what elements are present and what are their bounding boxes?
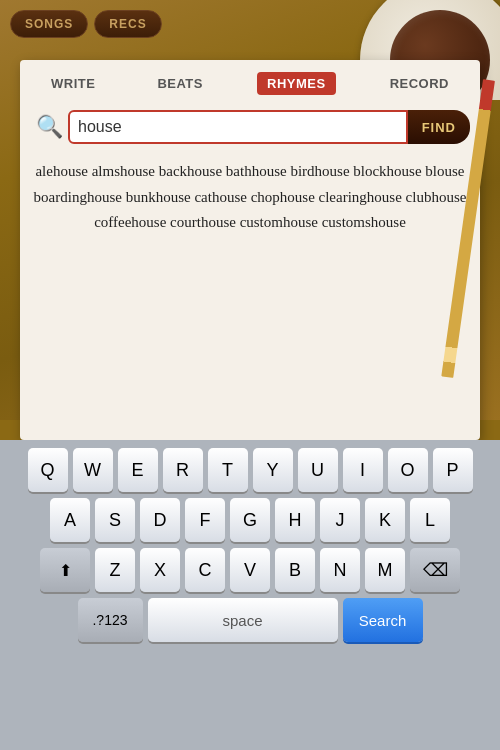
key-u[interactable]: U (298, 448, 338, 492)
search-icon: 🔍 (30, 108, 68, 146)
key-z[interactable]: Z (95, 548, 135, 592)
key-r[interactable]: R (163, 448, 203, 492)
rhymes-results: alehouse almshouse backhouse bathhouse b… (20, 155, 480, 240)
record-tab[interactable]: RECORD (382, 72, 457, 95)
key-n[interactable]: N (320, 548, 360, 592)
key-d[interactable]: D (140, 498, 180, 542)
backspace-key[interactable]: ⌫ (410, 548, 460, 592)
keyboard-row-2: A S D F G H J K L (4, 498, 496, 542)
key-j[interactable]: J (320, 498, 360, 542)
top-tabs: SONGS RECS (10, 10, 162, 38)
search-input[interactable]: house (78, 118, 122, 136)
key-f[interactable]: F (185, 498, 225, 542)
key-q[interactable]: Q (28, 448, 68, 492)
key-g[interactable]: G (230, 498, 270, 542)
shift-key[interactable]: ⬆ (40, 548, 90, 592)
key-p[interactable]: P (433, 448, 473, 492)
key-y[interactable]: Y (253, 448, 293, 492)
songs-tab[interactable]: SONGS (10, 10, 88, 38)
key-o[interactable]: O (388, 448, 428, 492)
search-key[interactable]: Search (343, 598, 423, 642)
keyboard-bottom-row: .?123 space Search (4, 598, 496, 642)
key-i[interactable]: I (343, 448, 383, 492)
space-key[interactable]: space (148, 598, 338, 642)
numbers-key[interactable]: .?123 (78, 598, 143, 642)
key-x[interactable]: X (140, 548, 180, 592)
key-w[interactable]: W (73, 448, 113, 492)
write-tab[interactable]: WRITE (43, 72, 103, 95)
rhymes-tab[interactable]: RHYMES (257, 72, 336, 95)
sub-tabs: WRITE BEATS RHYMES RECORD (20, 72, 480, 95)
keyboard-row-1: Q W E R T Y U I O P (4, 448, 496, 492)
recs-tab[interactable]: RECS (94, 10, 161, 38)
key-m[interactable]: M (365, 548, 405, 592)
find-button[interactable]: FIND (408, 110, 470, 144)
results-area: alehouse almshouse backhouse bathhouse b… (20, 155, 480, 440)
key-c[interactable]: C (185, 548, 225, 592)
beats-tab[interactable]: BEATS (149, 72, 211, 95)
key-b[interactable]: B (275, 548, 315, 592)
key-h[interactable]: H (275, 498, 315, 542)
key-k[interactable]: K (365, 498, 405, 542)
key-l[interactable]: L (410, 498, 450, 542)
key-e[interactable]: E (118, 448, 158, 492)
key-v[interactable]: V (230, 548, 270, 592)
key-a[interactable]: A (50, 498, 90, 542)
key-t[interactable]: T (208, 448, 248, 492)
search-input-wrapper[interactable]: house (68, 110, 408, 144)
keyboard-row-3: ⬆ Z X C V B N M ⌫ (4, 548, 496, 592)
key-s[interactable]: S (95, 498, 135, 542)
search-bar: 🔍 house FIND (30, 108, 470, 146)
keyboard: Q W E R T Y U I O P A S D F G H J K L ⬆ … (0, 440, 500, 750)
